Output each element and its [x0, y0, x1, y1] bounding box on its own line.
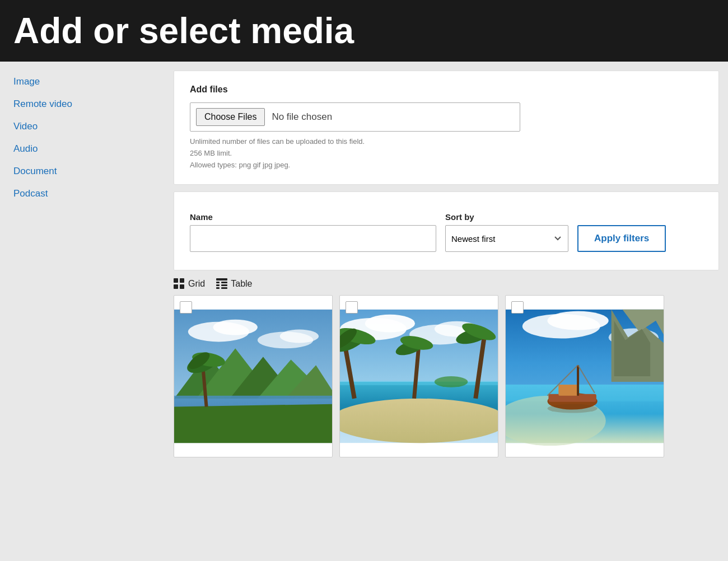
- table-view-button[interactable]: Table: [216, 278, 252, 289]
- no-file-text: No file chosen: [272, 111, 332, 123]
- media-checkbox-3[interactable]: [511, 301, 524, 314]
- file-hint: Unlimited number of files can be uploade…: [190, 136, 703, 171]
- svg-rect-0: [174, 278, 178, 283]
- sidebar-item-audio[interactable]: Audio: [0, 138, 174, 160]
- svg-point-15: [280, 330, 319, 343]
- choose-files-button[interactable]: Choose Files: [196, 108, 265, 126]
- svg-rect-4: [216, 278, 227, 280]
- svg-rect-8: [221, 284, 227, 286]
- grid-label: Grid: [188, 279, 205, 289]
- svg-rect-5: [216, 282, 220, 283]
- table-label: Table: [231, 279, 252, 289]
- filters-card: Name Sort by Newest first Oldest first N…: [174, 191, 719, 270]
- page-title: Add or select media: [13, 10, 715, 52]
- media-image-1: [174, 296, 332, 457]
- apply-filters-button[interactable]: Apply filters: [577, 225, 666, 252]
- name-filter-input[interactable]: [190, 225, 436, 252]
- name-filter-field: Name: [190, 212, 436, 252]
- sidebar-item-document[interactable]: Document: [0, 160, 174, 183]
- svg-point-33: [340, 399, 498, 443]
- svg-rect-7: [216, 284, 220, 286]
- svg-point-45: [435, 376, 468, 387]
- media-grid-section: [174, 295, 719, 457]
- table-icon: [216, 278, 227, 289]
- svg-rect-6: [221, 282, 227, 283]
- grid-view-button[interactable]: Grid: [174, 278, 205, 289]
- page-header: Add or select media: [0, 0, 728, 62]
- svg-point-48: [547, 311, 608, 330]
- media-checkbox-1[interactable]: [180, 301, 192, 314]
- media-item-1[interactable]: [174, 295, 333, 457]
- media-item-3[interactable]: [505, 295, 664, 457]
- sidebar-item-video[interactable]: Video: [0, 115, 174, 138]
- svg-rect-1: [180, 278, 184, 283]
- sort-select[interactable]: Newest first Oldest first Name A-Z Name …: [445, 225, 568, 252]
- sidebar-item-podcast[interactable]: Podcast: [0, 183, 174, 205]
- svg-rect-34: [340, 381, 498, 385]
- add-files-card: Add files Choose Files No file chosen Un…: [174, 71, 719, 185]
- media-image-2: [340, 296, 498, 457]
- sort-label: Sort by: [445, 212, 568, 222]
- media-item-2[interactable]: [339, 295, 498, 457]
- svg-rect-10: [221, 287, 227, 289]
- name-filter-label: Name: [190, 212, 436, 222]
- grid-icon: [174, 278, 185, 289]
- svg-rect-3: [180, 284, 184, 289]
- sort-field: Sort by Newest first Oldest first Name A…: [445, 212, 568, 252]
- add-files-title: Add files: [190, 85, 703, 95]
- view-toggle: Grid Table: [174, 278, 719, 289]
- svg-rect-58: [558, 385, 578, 396]
- media-checkbox-2[interactable]: [346, 301, 358, 314]
- main-content: Add files Choose Files No file chosen Un…: [174, 62, 728, 561]
- filter-row: Name Sort by Newest first Oldest first N…: [190, 205, 703, 256]
- media-grid: [174, 295, 719, 457]
- file-input-wrapper: Choose Files No file chosen: [190, 102, 520, 132]
- media-image-3: [506, 296, 664, 457]
- sidebar: Image Remote video Video Audio Document …: [0, 62, 174, 561]
- svg-point-13: [213, 320, 258, 335]
- sidebar-item-image[interactable]: Image: [0, 71, 174, 93]
- svg-rect-9: [216, 287, 220, 289]
- svg-point-29: [365, 315, 415, 333]
- main-layout: Image Remote video Video Audio Document …: [0, 62, 728, 561]
- svg-rect-2: [174, 284, 178, 289]
- svg-marker-22: [174, 404, 332, 443]
- svg-point-62: [547, 404, 597, 413]
- sidebar-item-remote-video[interactable]: Remote video: [0, 93, 174, 115]
